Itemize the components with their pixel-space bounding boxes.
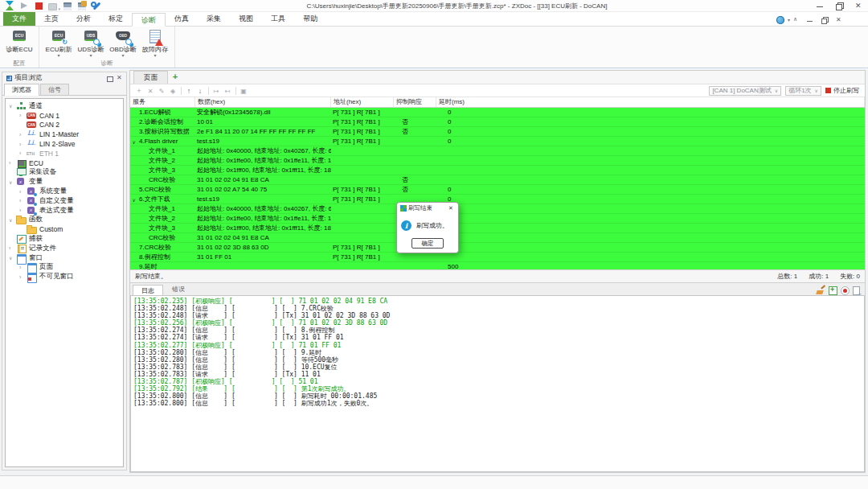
open-dropdown-icon[interactable] [47,1,59,11]
float-icon[interactable] [104,74,114,83]
collapse-ribbon-icon[interactable] [789,14,802,26]
move-down-icon[interactable] [194,85,206,97]
ribbon-tab[interactable]: 主页 [35,12,68,26]
row-expander-icon[interactable] [132,195,139,203]
tree-item[interactable]: 捕获 [6,234,123,244]
grid-column-header[interactable]: 服务 [130,97,195,107]
table-row[interactable]: 5.CRC校验 31 01 02 02 A7 54 40 75 P[ 731 ]… [130,185,865,195]
app-logo-icon[interactable] [4,1,15,11]
grid-column-header[interactable]: 地址(hex) [331,97,394,107]
grid-column-header[interactable]: 抑制响应 [394,97,436,107]
snapshot-icon[interactable] [238,85,249,97]
loop-select[interactable]: 循环1次 [785,86,821,96]
ribbon-button[interactable]: UDS诊断 ▾ [75,27,107,59]
mdi-minimize-icon[interactable] [804,14,817,26]
tree-item[interactable]: CAN 2 [6,121,123,130]
dropdown-caret-icon[interactable]: ▾ [121,53,124,59]
ribbon-tab[interactable]: 工具 [262,12,294,26]
table-row[interactable]: CRC校验 31 01 02 02 04 91 E8 CA 否 [130,175,865,185]
ribbon-tab[interactable]: 帮助 [294,12,326,26]
save-all-icon[interactable] [76,1,88,11]
delete-icon[interactable] [145,85,156,97]
move-up-icon[interactable] [183,85,194,97]
tree-expander-icon[interactable] [19,198,27,203]
tree-item[interactable]: 通道 [6,101,123,111]
sidebar-tab[interactable]: 浏览器 [4,84,39,96]
table-row[interactable]: 文件块_2 起始地址: 0x1ffe00, 结束地址: 0x1ffe11, 长度… [130,156,865,166]
restore-icon[interactable] [829,0,849,12]
tree-item[interactable]: LIN 2-Slave [6,139,123,149]
edit-icon[interactable] [156,85,167,97]
save-icon[interactable] [62,1,73,11]
stop-icon[interactable] [33,1,44,11]
ribbon-button[interactable]: OBD诊断 ▾ [107,27,139,59]
table-row[interactable]: 文件块_2 起始地址: 0x1ffe00, 结束地址: 0x1ffe11, 长度… [130,214,865,224]
close-icon[interactable] [114,74,124,83]
ribbon-tab[interactable]: 标定 [100,12,132,26]
ribbon-tab[interactable]: 视图 [230,12,262,26]
ribbon-tab[interactable]: 仿真 [166,12,198,26]
grid-column-header[interactable]: 延时(ms) [436,97,865,107]
mdi-close-icon[interactable] [833,14,845,26]
table-row[interactable]: CRC校验 31 01 02 02 04 91 E8 CA [130,233,865,243]
ribbon-tab[interactable]: 分析 [68,12,100,26]
ribbon-button[interactable]: 诊断ECU ▾ [3,27,35,59]
ribbon-button[interactable]: ECU刷新 ▾ [43,27,75,59]
tree-expander-icon[interactable] [9,245,16,251]
import-icon[interactable] [211,85,222,97]
tree-item[interactable]: LIN 1-Master [6,129,123,139]
table-row[interactable]: 8.例程控制 31 01 FF 01 P[ 731 ] R[ 7B1 ] [130,253,865,262]
tree-item[interactable]: 不可见窗口 [6,272,123,281]
tree-expander-icon[interactable] [19,274,27,280]
stop-flash-button[interactable]: 停止刷写 [825,86,859,95]
tree-item[interactable]: 系统变量 [6,187,123,196]
tree-item[interactable]: Custom [6,224,123,234]
table-row[interactable]: 9.延时 500 [130,262,865,269]
dropdown-caret-icon[interactable]: ▾ [89,53,92,59]
table-row[interactable]: 7.CRC校验 31 01 02 02 3D 88 63 0D P[ 731 ]… [130,243,865,253]
add-page-icon[interactable] [168,71,182,84]
tree-expander-icon[interactable] [9,103,16,109]
tree-expander-icon[interactable] [19,208,27,213]
tree-item[interactable]: 窗口 [6,253,123,263]
tree-item[interactable]: 自定义变量 [6,196,123,206]
table-row[interactable]: 3.按标识符写数据 2e F1 84 11 20 07 14 FF FF FF … [130,127,865,137]
table-row[interactable]: 6.文件下载 test.s19 P[ 731 ] R[ 7B1 ] 0 [130,195,865,204]
grid-column-header[interactable]: 数据(hex) [195,97,331,107]
run-icon[interactable] [18,1,30,11]
clear-log-icon[interactable] [816,286,825,295]
tree-item[interactable]: CAN 1 [6,111,123,121]
mdi-restore-icon[interactable] [818,14,831,26]
add-icon[interactable] [133,85,145,97]
ribbon-tab[interactable]: 诊断 [132,13,166,27]
tree-expander-icon[interactable] [9,160,16,166]
tree-expander-icon[interactable] [9,217,16,223]
tree-item[interactable]: 表达式变量 [6,206,123,216]
dialog-title-bar[interactable]: 刷写结束 [397,203,458,213]
tree-item[interactable]: 函数 [6,216,123,225]
page-tab[interactable]: 页面 [133,71,168,84]
table-row[interactable]: 4.Flash driver test.s19 P[ 731 ] R[ 7B1 … [130,137,865,146]
table-row[interactable]: 文件块_1 起始地址: 0x40000, 结束地址: 0x40267, 长度: … [130,204,865,214]
add-view-icon[interactable] [828,286,837,295]
tree-expander-icon[interactable] [19,113,27,118]
tree-item[interactable]: 变量 [6,177,123,187]
channel-select[interactable]: [CAN 1] DoCAN测试 [709,86,781,96]
dropdown-caret-icon[interactable]: ▾ [154,53,156,59]
record-icon[interactable] [840,286,850,295]
table-row[interactable]: 文件块_3 起始地址: 0x1fff00, 结束地址: 0x1fff11, 长度… [130,166,865,175]
table-row[interactable]: 文件块_3 起始地址: 0x1fff00, 结束地址: 0x1fff11, 长度… [130,224,865,233]
ribbon-tab[interactable]: 文件 [3,12,35,26]
row-expander-icon[interactable] [132,137,139,146]
minimize-icon[interactable] [810,0,829,12]
tree-expander-icon[interactable] [9,179,16,185]
clear-icon[interactable] [167,85,178,97]
export-log-icon[interactable] [852,286,862,295]
ribbon-button[interactable]: 故障内存 ▾ [139,27,171,59]
table-row[interactable]: 文件块_1 起始地址: 0x40000, 结束地址: 0x40267, 长度: … [130,146,865,156]
export-icon[interactable] [222,85,233,97]
tree-item[interactable]: ECU [6,158,123,168]
tree-item[interactable]: 记录文件 [6,244,123,253]
tree-expander-icon[interactable] [19,132,27,138]
dropdown-caret-icon[interactable]: ▾ [57,53,59,59]
